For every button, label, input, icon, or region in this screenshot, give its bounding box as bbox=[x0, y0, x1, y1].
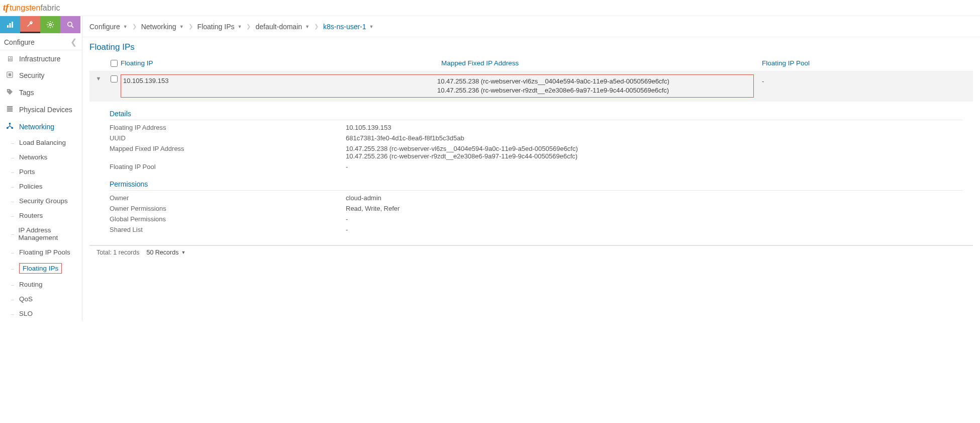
perm-row-global-perms: Global Permissions- bbox=[110, 214, 973, 224]
sidebar-sub-security-groups[interactable]: –Security Groups bbox=[0, 194, 82, 208]
breadcrumb-domain[interactable]: default-domain▼ bbox=[255, 23, 310, 31]
dash-icon: – bbox=[11, 266, 15, 272]
caret-down-icon: ▼ bbox=[238, 24, 242, 29]
sidebar-sub-label: IP Address Management bbox=[18, 226, 78, 241]
sidebar-item-label: Physical Devices bbox=[19, 106, 72, 114]
stats-icon[interactable] bbox=[0, 16, 20, 33]
gear-icon[interactable] bbox=[40, 16, 60, 33]
dash-icon: – bbox=[11, 296, 15, 302]
page-title: Floating IPs bbox=[82, 37, 980, 55]
chevron-right-icon: ❯ bbox=[246, 23, 251, 30]
breadcrumb-project[interactable]: k8s-ns-user-1▼ bbox=[323, 23, 374, 31]
svg-point-4 bbox=[68, 22, 72, 26]
sidebar-sub-label: Networks bbox=[19, 153, 47, 161]
sidebar-sub-load-balancing[interactable]: –Load Balancing bbox=[0, 135, 82, 150]
dash-icon: – bbox=[11, 198, 15, 204]
breadcrumb: Configure▼ ❯ Networking▼ ❯ Floating IPs▼… bbox=[82, 16, 980, 37]
svg-rect-6 bbox=[8, 73, 11, 76]
breadcrumb-networking[interactable]: Networking▼ bbox=[141, 23, 184, 31]
search-icon[interactable] bbox=[60, 16, 80, 33]
caret-down-icon: ▼ bbox=[179, 24, 184, 29]
logo-text-1: tungsten bbox=[10, 4, 40, 13]
sidebar-item-networking[interactable]: Networking bbox=[0, 118, 82, 135]
breadcrumb-configure[interactable]: Configure▼ bbox=[89, 23, 128, 31]
icon-bar bbox=[0, 16, 82, 33]
dash-icon: – bbox=[11, 213, 15, 219]
svg-rect-8 bbox=[7, 106, 12, 108]
column-header-ip[interactable]: Floating IP bbox=[121, 59, 441, 67]
column-header-pool[interactable]: Floating IP Pool bbox=[762, 59, 973, 67]
highlighted-row-box: 10.105.139.153 10.47.255.238 (rc-webserv… bbox=[121, 74, 754, 98]
sidebar-sub-policies[interactable]: –Policies bbox=[0, 179, 82, 194]
sidebar-sub-routing[interactable]: –Routing bbox=[0, 277, 82, 292]
sidebar-sub-label: QoS bbox=[19, 295, 33, 303]
cell-mapped-ips: 10.47.255.238 (rc-webserver-vl6zs__0404e… bbox=[437, 77, 751, 95]
wrench-icon[interactable] bbox=[20, 16, 40, 33]
sidebar-sub-label: Floating IP Pools bbox=[19, 248, 70, 256]
sidebar-item-physical-devices[interactable]: Physical Devices bbox=[0, 101, 82, 118]
table-footer: Total: 1 records 50 Records ▼ bbox=[89, 245, 973, 259]
detail-row-fip: Floating IP Address10.105.139.153 bbox=[110, 122, 973, 133]
cell-pool: - bbox=[762, 74, 973, 85]
dash-icon: – bbox=[11, 249, 15, 256]
dash-icon: – bbox=[11, 140, 15, 146]
monitor-icon: 🖥 bbox=[5, 54, 14, 63]
permissions-section-title: Permissions bbox=[110, 177, 963, 191]
sidebar-sub-label: Routers bbox=[19, 212, 43, 219]
sidebar: Configure ❮ 🖥 Infrastructure Security Ta… bbox=[0, 16, 82, 321]
sidebar-sub-networks[interactable]: –Networks bbox=[0, 150, 82, 164]
sidebar-sub-ports[interactable]: –Ports bbox=[0, 164, 82, 179]
svg-rect-0 bbox=[7, 25, 9, 28]
page-size-dropdown[interactable]: 50 Records ▼ bbox=[146, 249, 185, 256]
table-row[interactable]: ▼ 10.105.139.153 10.47.255.238 (rc-webse… bbox=[89, 71, 973, 102]
sidebar-sub-label: Load Balancing bbox=[19, 139, 66, 146]
perm-row-owner: Ownercloud-admin bbox=[110, 193, 973, 203]
svg-point-3 bbox=[49, 24, 51, 26]
svg-rect-1 bbox=[10, 23, 11, 28]
sidebar-sub-label: SLO bbox=[19, 310, 33, 317]
app-header: tf tungsten fabric bbox=[0, 0, 980, 16]
sidebar-sub-slo[interactable]: –SLO bbox=[0, 306, 82, 321]
sidebar-sub-routers[interactable]: –Routers bbox=[0, 208, 82, 223]
sidebar-item-infrastructure[interactable]: 🖥 Infrastructure bbox=[0, 50, 82, 67]
sidebar-header-label: Configure bbox=[4, 38, 35, 46]
tag-icon bbox=[5, 88, 14, 97]
sidebar-item-security[interactable]: Security bbox=[0, 67, 82, 84]
sidebar-header: Configure ❮ bbox=[0, 33, 82, 50]
row-expander-icon[interactable]: ▼ bbox=[89, 74, 108, 81]
caret-down-icon: ▼ bbox=[181, 250, 185, 255]
dash-icon: – bbox=[11, 311, 15, 317]
sidebar-item-label: Tags bbox=[19, 89, 34, 97]
row-checkbox[interactable] bbox=[111, 75, 118, 82]
dash-icon: – bbox=[11, 282, 15, 288]
network-icon bbox=[5, 122, 14, 131]
sidebar-sub-ip-address-management[interactable]: –IP Address Management bbox=[0, 223, 82, 245]
logo-text-2: fabric bbox=[40, 4, 60, 13]
chevron-right-icon: ❯ bbox=[132, 23, 137, 30]
detail-row-uuid: UUID681c7381-3fe0-4d1c-8ea6-f8f1b5c3d5ab bbox=[110, 133, 973, 143]
detail-row-mapped: Mapped Fixed IP Address10.47.255.238 (rc… bbox=[110, 143, 973, 161]
column-header-mapped[interactable]: Mapped Fixed IP Address bbox=[441, 59, 762, 67]
svg-point-7 bbox=[8, 90, 9, 91]
sidebar-sub-label: Routing bbox=[19, 281, 43, 288]
sidebar-sub-label: Policies bbox=[19, 183, 43, 190]
logo-icon: tf bbox=[3, 3, 9, 13]
breadcrumb-floating-ips[interactable]: Floating IPs▼ bbox=[198, 23, 242, 31]
sidebar-item-tags[interactable]: Tags bbox=[0, 84, 82, 101]
content-area: Configure▼ ❯ Networking▼ ❯ Floating IPs▼… bbox=[82, 16, 980, 321]
sidebar-sub-label: Ports bbox=[19, 168, 35, 176]
select-all-checkbox[interactable] bbox=[111, 60, 118, 67]
sidebar-item-label: Networking bbox=[19, 123, 54, 131]
dash-icon: – bbox=[11, 184, 15, 190]
detail-row-pool: Floating IP Pool- bbox=[110, 161, 973, 172]
sidebar-sub-floating-ip-pools[interactable]: –Floating IP Pools bbox=[0, 245, 82, 260]
table-header: Floating IP Mapped Fixed IP Address Floa… bbox=[89, 55, 973, 71]
sidebar-sub-label: Floating IPs bbox=[19, 263, 62, 274]
collapse-sidebar-icon[interactable]: ❮ bbox=[70, 37, 77, 47]
chevron-right-icon: ❯ bbox=[188, 23, 193, 30]
dash-icon: – bbox=[11, 231, 14, 237]
svg-point-11 bbox=[9, 123, 11, 125]
sidebar-sub-qos[interactable]: –QoS bbox=[0, 292, 82, 306]
floating-ips-table: Floating IP Mapped Fixed IP Address Floa… bbox=[82, 55, 980, 240]
sidebar-sub-floating-ips[interactable]: –Floating IPs bbox=[0, 260, 82, 277]
